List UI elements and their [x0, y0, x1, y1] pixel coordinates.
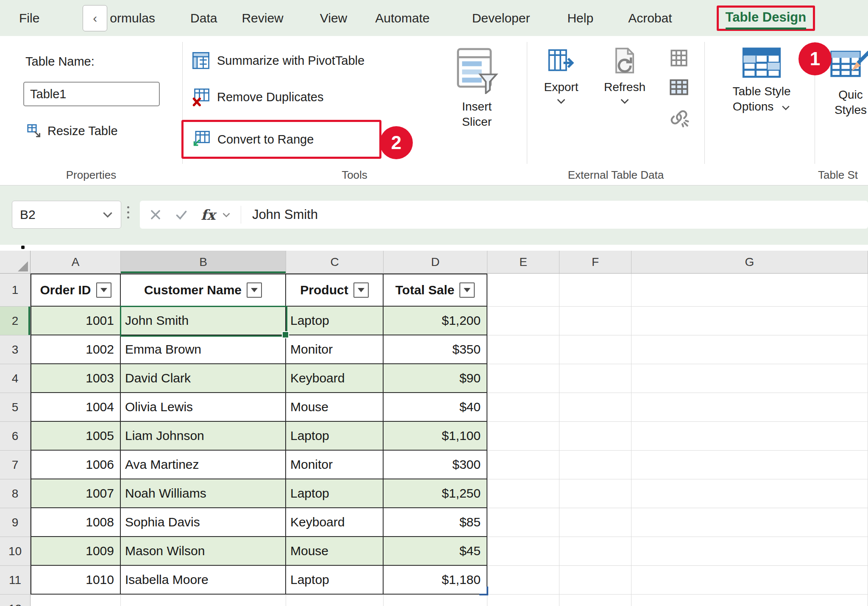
tab-scroll-left-button[interactable]: ‹ — [83, 5, 107, 31]
cell-D4[interactable]: $90 — [384, 364, 487, 393]
cell-B6[interactable]: Liam Johnson — [121, 422, 286, 451]
cell-D8[interactable]: $1,250 — [384, 479, 487, 508]
cell-A4[interactable]: 1003 — [31, 364, 121, 393]
cell-B2[interactable]: John Smith — [121, 307, 286, 335]
filter-button-customer-name[interactable] — [247, 282, 262, 298]
column-header-G[interactable]: G — [632, 251, 868, 274]
cell-G5[interactable] — [632, 393, 868, 422]
column-header-A[interactable]: A — [31, 251, 121, 274]
cell-F4[interactable] — [559, 364, 632, 393]
table-header-total-sale[interactable]: Total Sale — [384, 274, 487, 307]
row-header-2[interactable]: 2 — [0, 307, 31, 335]
formula-bar-grip[interactable] — [127, 206, 129, 219]
cell-D10[interactable]: $45 — [384, 537, 487, 566]
table-header-customer-name[interactable]: Customer Name — [121, 274, 286, 307]
cell-B9[interactable]: Sophia Davis — [121, 508, 286, 537]
tab-table-design[interactable]: Table Design — [717, 6, 815, 31]
cell-G9[interactable] — [632, 508, 868, 537]
cell-C8[interactable]: Laptop — [286, 479, 384, 508]
cancel-x-icon[interactable] — [149, 208, 162, 221]
cell-G6[interactable] — [632, 422, 868, 451]
tab-data[interactable]: Data — [190, 11, 217, 25]
cell-A5[interactable]: 1004 — [31, 393, 121, 422]
browser-view-button[interactable] — [668, 77, 690, 99]
row-header-9[interactable]: 9 — [0, 508, 31, 537]
cell-E7[interactable] — [487, 451, 559, 479]
cell-G1[interactable] — [632, 274, 868, 307]
cell-C10[interactable]: Mouse — [286, 537, 384, 566]
cell-D9[interactable]: $85 — [384, 508, 487, 537]
row-header-11[interactable]: 11 — [0, 566, 31, 595]
tab-file[interactable]: File — [19, 11, 39, 25]
filter-button-total-sale[interactable] — [459, 282, 475, 298]
cell-A11[interactable]: 1010 — [31, 566, 121, 595]
resize-table-button[interactable]: Resize Table — [26, 123, 118, 138]
cell-F5[interactable] — [559, 393, 632, 422]
table-header-order-id[interactable]: Order ID — [31, 274, 121, 307]
cell-G7[interactable] — [632, 451, 868, 479]
cell-B8[interactable]: Noah Williams — [121, 479, 286, 508]
table-style-options-button[interactable]: Table Style Options — [713, 47, 810, 114]
tab-automate[interactable]: Automate — [375, 11, 429, 25]
cell-E2[interactable] — [487, 307, 559, 335]
cell-B10[interactable]: Mason Wilson — [121, 537, 286, 566]
remove-duplicates-button[interactable]: Remove Duplicates — [192, 88, 323, 106]
cell-D7[interactable]: $300 — [384, 451, 487, 479]
tab-view[interactable]: View — [320, 11, 347, 25]
cell-E12[interactable] — [487, 595, 559, 606]
cell-A10[interactable]: 1009 — [31, 537, 121, 566]
cell-E4[interactable] — [487, 364, 559, 393]
cell-F8[interactable] — [559, 479, 632, 508]
cell-C9[interactable]: Keyboard — [286, 508, 384, 537]
row-header-10[interactable]: 10 — [0, 537, 31, 566]
row-header-12[interactable]: 12 — [0, 595, 31, 606]
cell-E10[interactable] — [487, 537, 559, 566]
cell-B3[interactable]: Emma Brown — [121, 335, 286, 364]
cell-D2[interactable]: $1,200 — [384, 307, 487, 335]
cell-A3[interactable]: 1002 — [31, 335, 121, 364]
tab-developer[interactable]: Developer — [472, 11, 530, 25]
table-name-input[interactable] — [23, 82, 160, 106]
cell-A9[interactable]: 1008 — [31, 508, 121, 537]
enter-check-icon[interactable] — [175, 208, 188, 221]
formula-input-bar[interactable]: fx John Smith — [140, 201, 868, 229]
row-header-1[interactable]: 1 — [0, 274, 31, 307]
summarize-pivottable-button[interactable]: Summarize with PivotTable — [192, 51, 364, 70]
tab-review[interactable]: Review — [242, 11, 283, 25]
row-header-3[interactable]: 3 — [0, 335, 31, 364]
cell-D12[interactable] — [384, 595, 487, 606]
cell-G10[interactable] — [632, 537, 868, 566]
cell-G3[interactable] — [632, 335, 868, 364]
row-header-8[interactable]: 8 — [0, 479, 31, 508]
cell-F2[interactable] — [559, 307, 632, 335]
cell-A8[interactable]: 1007 — [31, 479, 121, 508]
cell-G11[interactable] — [632, 566, 868, 595]
cell-C7[interactable]: Monitor — [286, 451, 384, 479]
select-all-corner[interactable] — [0, 251, 31, 274]
cell-F7[interactable] — [559, 451, 632, 479]
filter-button-product[interactable] — [353, 282, 369, 298]
cell-G2[interactable] — [632, 307, 868, 335]
cell-C2[interactable]: Laptop — [286, 307, 384, 335]
cell-C12[interactable] — [286, 595, 384, 606]
name-box[interactable]: B2 — [12, 201, 121, 229]
column-header-F[interactable]: F — [559, 251, 632, 274]
cell-B11[interactable]: Isabella Moore — [121, 566, 286, 595]
cell-F12[interactable] — [559, 595, 632, 606]
cell-A2[interactable]: 1001 — [31, 307, 121, 335]
cell-A12[interactable] — [31, 595, 121, 606]
cell-B12[interactable] — [121, 595, 286, 606]
fill-handle[interactable] — [282, 331, 289, 338]
cell-B4[interactable]: David Clark — [121, 364, 286, 393]
column-header-C[interactable]: C — [286, 251, 384, 274]
row-header-5[interactable]: 5 — [0, 393, 31, 422]
cell-F11[interactable] — [559, 566, 632, 595]
tab-formulas-partial[interactable]: ormulas — [110, 11, 155, 25]
cell-F1[interactable] — [559, 274, 632, 307]
cell-A6[interactable]: 1005 — [31, 422, 121, 451]
cell-C5[interactable]: Mouse — [286, 393, 384, 422]
cell-D11[interactable]: $1,180 — [384, 566, 487, 595]
tab-help[interactable]: Help — [567, 11, 593, 25]
row-header-6[interactable]: 6 — [0, 422, 31, 451]
fx-button[interactable]: fx — [201, 207, 215, 223]
